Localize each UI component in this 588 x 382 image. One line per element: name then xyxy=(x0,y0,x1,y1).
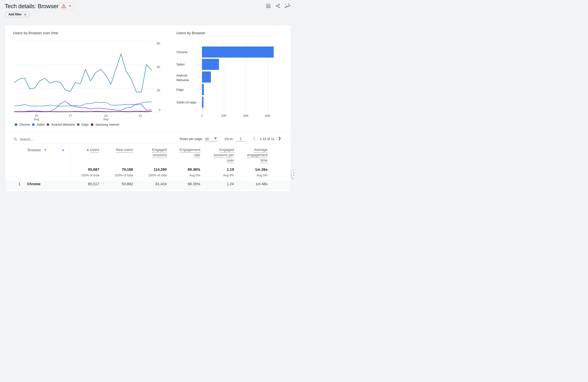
svg-text:0: 0 xyxy=(201,114,203,118)
svg-text:0: 0 xyxy=(159,108,160,112)
svg-text:Sep: Sep xyxy=(103,118,109,121)
svg-text:60K: 60K xyxy=(265,114,271,118)
svg-text:Chrome: Chrome xyxy=(176,50,188,54)
svg-text:6K: 6K xyxy=(157,42,160,45)
svg-text:10: 10 xyxy=(138,114,142,118)
svg-text:Safari (in-app): Safari (in-app) xyxy=(176,101,196,104)
svg-text:Aug: Aug xyxy=(34,118,39,121)
svg-text:03: 03 xyxy=(104,114,108,118)
svg-text:2K: 2K xyxy=(157,89,160,92)
svg-text:Android: Android xyxy=(176,74,187,77)
svg-text:4K: 4K xyxy=(157,65,160,69)
svg-text:20: 20 xyxy=(35,114,38,118)
svg-text:Edge: Edge xyxy=(176,88,184,91)
svg-text:Webview: Webview xyxy=(176,78,189,82)
svg-text:27: 27 xyxy=(69,114,72,118)
svg-text:20K: 20K xyxy=(221,114,227,118)
svg-text:Safari: Safari xyxy=(176,63,185,66)
svg-text:40K: 40K xyxy=(243,114,249,118)
